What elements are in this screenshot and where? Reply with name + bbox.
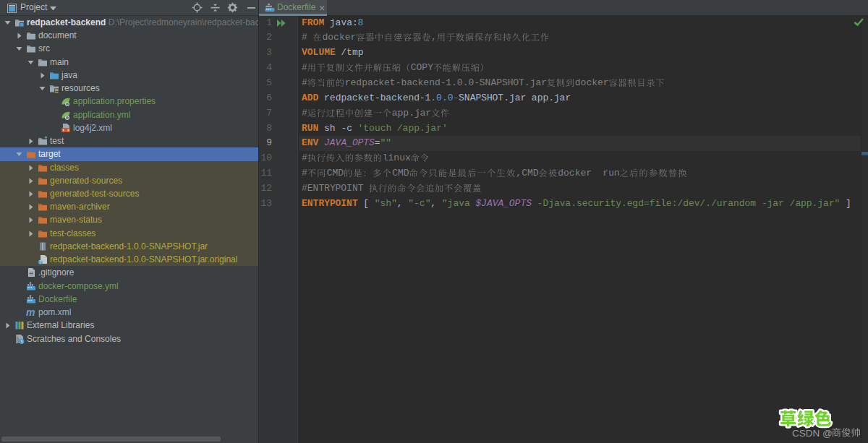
svg-text:?: ? [39,259,42,264]
svg-text:m: m [26,307,35,317]
